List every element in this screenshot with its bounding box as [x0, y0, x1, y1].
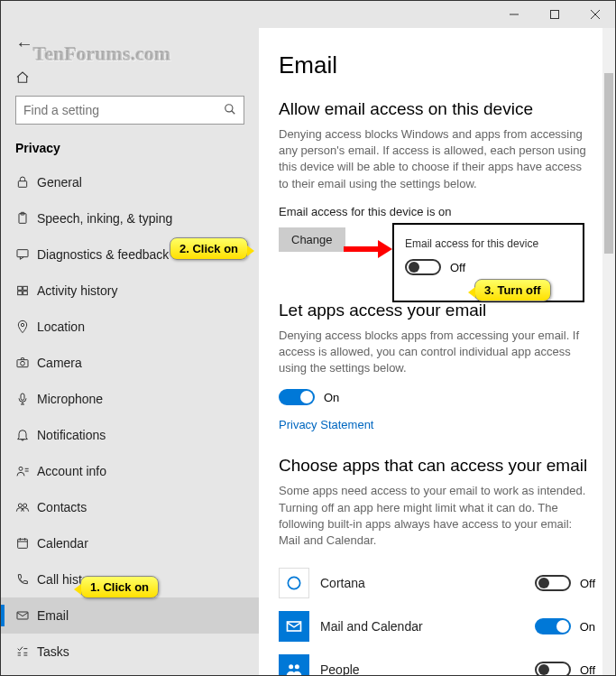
cortana-toggle[interactable] [535, 575, 571, 591]
sidebar-item-label: Activity history [37, 283, 117, 298]
popup-toggle-label: Off [450, 261, 465, 274]
people-icon [279, 654, 309, 675]
svg-line-5 [232, 110, 235, 114]
svg-rect-1 [550, 11, 558, 19]
device-access-status: Email access for this device is on [279, 205, 595, 218]
search-icon [224, 103, 236, 118]
section-app-access: Let apps access your email Denying acces… [279, 301, 595, 433]
sidebar-item-activity[interactable]: Activity history [1, 273, 259, 309]
sidebar-item-label: Notifications [37, 428, 106, 442]
people-toggle[interactable] [535, 662, 571, 675]
section-heading: Choose apps that can access your email [279, 456, 595, 476]
svg-rect-27 [17, 612, 28, 619]
toggle-label: On [324, 391, 339, 404]
camera-icon [15, 356, 37, 370]
svg-point-22 [23, 504, 27, 507]
sidebar-item-label: Diagnostics & feedback [37, 247, 169, 262]
annotation-callout-1: 1. Click on [80, 576, 159, 598]
sidebar-item-tasks[interactable]: Tasks [1, 634, 259, 670]
page-title: Email [279, 51, 595, 79]
toggle-label: On [580, 620, 595, 634]
svg-rect-13 [23, 292, 28, 295]
person-icon [15, 464, 37, 478]
main-content: Email Allow email access on this device … [259, 28, 615, 675]
sidebar-item-account[interactable]: Account info [1, 453, 259, 489]
search-input[interactable] [23, 103, 224, 117]
svg-rect-17 [21, 394, 24, 400]
svg-point-14 [21, 323, 23, 326]
scrollbar-thumb[interactable] [604, 73, 613, 254]
sidebar-item-label: Location [37, 319, 85, 334]
privacy-statement-link[interactable]: Privacy Statement [279, 418, 374, 431]
cortana-icon [279, 568, 309, 598]
maximize-button[interactable] [534, 1, 575, 28]
sidebar-item-camera[interactable]: Camera [1, 345, 259, 381]
app-name: People [320, 662, 535, 675]
app-row-cortana: Cortana Off [279, 561, 595, 605]
sidebar-item-label: Speech, inking, & typing [37, 211, 172, 226]
svg-marker-39 [378, 240, 392, 258]
section-description: Denying access blocks Windows and apps f… [279, 126, 594, 192]
scrollbar[interactable] [602, 28, 615, 675]
search-box[interactable] [15, 96, 244, 125]
sidebar-item-microphone[interactable]: Microphone [1, 381, 259, 417]
sidebar-item-contacts[interactable]: Contacts [1, 489, 259, 525]
svg-point-36 [289, 664, 293, 669]
svg-rect-12 [18, 292, 23, 295]
sidebar-item-notifications[interactable]: Notifications [1, 417, 259, 453]
contacts-icon [15, 500, 37, 514]
svg-rect-23 [18, 539, 28, 548]
app-name: Cortana [320, 576, 535, 590]
mail-toggle[interactable] [535, 618, 571, 634]
svg-point-21 [18, 504, 22, 507]
annotation-callout-3: 3. Turn off [474, 279, 551, 301]
location-icon [15, 319, 37, 334]
annotation-arrow [344, 237, 392, 264]
svg-rect-11 [23, 286, 28, 290]
toggle-label: Off [580, 663, 595, 675]
app-access-toggle[interactable] [279, 389, 315, 405]
sidebar-item-label: General [37, 175, 82, 190]
email-icon [15, 608, 37, 623]
change-button[interactable]: Change [279, 227, 345, 252]
microphone-icon [15, 392, 37, 406]
mail-icon [279, 611, 309, 642]
section-heading: Privacy [1, 137, 259, 164]
sidebar-item-calendar[interactable]: Calendar [1, 525, 259, 561]
toggle-label: Off [580, 577, 595, 590]
section-description: Denying access blocks apps from accessin… [279, 328, 594, 377]
sidebar-item-email[interactable]: Email [1, 597, 259, 634]
section-heading: Allow email access on this device [279, 99, 595, 119]
sidebar-item-speech[interactable]: Speech, inking, & typing [1, 200, 259, 236]
phone-icon [15, 572, 37, 587]
popup-label: Email access for this device [405, 237, 572, 250]
svg-rect-6 [18, 181, 26, 188]
feedback-icon [15, 247, 37, 262]
minimize-button[interactable] [493, 1, 534, 28]
sidebar-item-label: Email [37, 608, 69, 623]
annotation-callout-2: 2. Click on [170, 237, 248, 260]
popup-toggle[interactable] [405, 259, 441, 275]
sidebar-item-messaging[interactable]: Messaging [1, 670, 259, 675]
lock-icon [15, 175, 37, 190]
svg-point-16 [21, 361, 25, 366]
calendar-icon [15, 536, 37, 551]
section-choose-apps: Choose apps that can access your email S… [279, 456, 595, 675]
sidebar-item-label: Tasks [37, 644, 69, 659]
sidebar-item-location[interactable]: Location [1, 309, 259, 345]
svg-point-34 [288, 577, 299, 588]
clipboard-icon [15, 211, 37, 226]
section-description: Some apps need access to your email to w… [279, 483, 594, 549]
sidebar-item-label: Microphone [37, 392, 103, 406]
back-button[interactable]: ← [15, 33, 33, 54]
window-titlebar [1, 1, 615, 28]
app-name: Mail and Calendar [320, 619, 535, 634]
close-button[interactable] [575, 1, 615, 28]
home-icon[interactable] [15, 70, 30, 88]
svg-point-4 [225, 104, 233, 111]
svg-rect-9 [17, 250, 28, 257]
svg-rect-10 [18, 286, 23, 290]
app-row-mail: Mail and Calendar On [279, 605, 595, 648]
sidebar-item-general[interactable]: General [1, 164, 259, 200]
sidebar-item-label: Contacts [37, 500, 87, 514]
